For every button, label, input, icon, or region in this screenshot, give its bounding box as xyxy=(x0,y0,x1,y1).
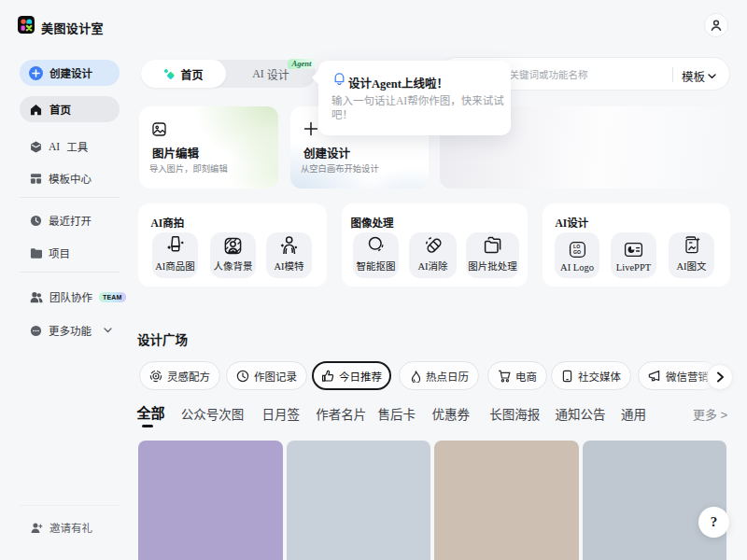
svg-text:GO: GO xyxy=(573,249,581,255)
